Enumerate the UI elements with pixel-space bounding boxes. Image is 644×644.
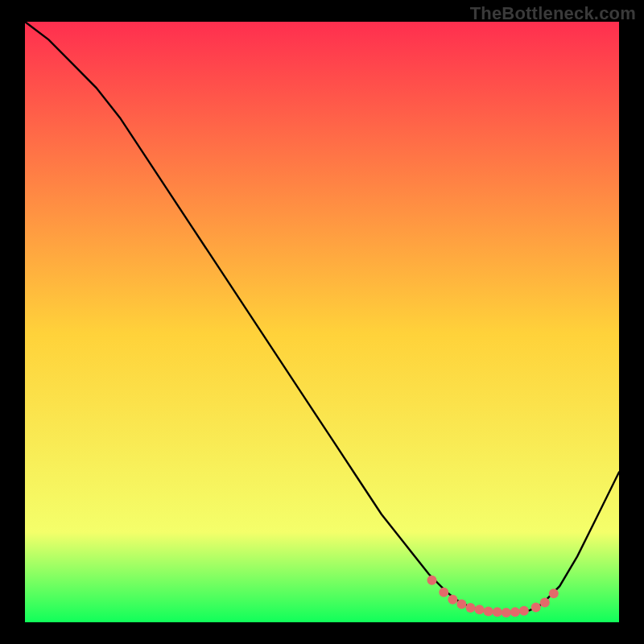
marker-dot [519, 606, 529, 616]
marker-dot [493, 607, 502, 617]
marker-dot [510, 607, 520, 617]
chart-container: { "watermark": "TheBottleneck.com", "col… [0, 0, 644, 644]
marker-dot [502, 608, 511, 617]
marker-dot [456, 600, 466, 609]
marker-dot [531, 602, 541, 612]
marker-dot [466, 603, 476, 613]
marker-dot [448, 595, 457, 605]
marker-dot [475, 605, 485, 614]
marker-dot [427, 576, 437, 585]
chart-svg [0, 0, 644, 644]
marker-dot [549, 588, 559, 598]
marker-dot [484, 607, 493, 617]
marker-dot [540, 597, 550, 607]
marker-dot [439, 588, 448, 597]
